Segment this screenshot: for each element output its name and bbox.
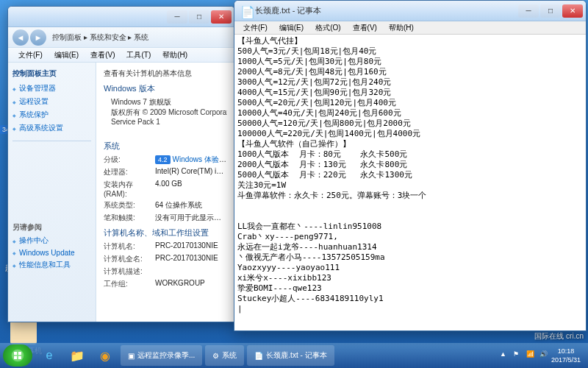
pen-touch-value: 没有可用于此显示器的笔或触 [155,213,227,223]
app-icon: ▣ [128,352,135,360]
copyright: 版权所有 © 2009 Microsoft Corporation。保留所有权 [111,107,227,118]
system-window: ─ □ ✕ ◄ ► 控制面板 ▸ 系统和安全 ▸ 系统 文件(F) 编辑(E) … [7,6,235,322]
text-area[interactable] [234,35,586,330]
menu-view[interactable]: 查看(V) [347,21,383,34]
address-bar[interactable]: ◄ ► 控制面板 ▸ 系统和安全 ▸ 系统 [8,27,234,48]
service-pack: Service Pack 1 [111,118,227,126]
system-tray[interactable]: ▲ ⚑ 📶 🔊 10:18 2017/5/31 [494,347,585,364]
task-item[interactable]: 📄长颈鹿.txt - 记事本 [247,345,334,366]
menu-file[interactable]: 文件(F) [12,48,49,62]
section-system: 系统 [104,141,227,152]
menu-edit[interactable]: 编辑(E) [49,48,85,62]
svg-point-0 [12,350,24,362]
network-icon[interactable]: 📶 [526,350,537,361]
folder-icon: 📁 [70,349,85,363]
sidebar-subheader: 另请参阅 [12,222,91,233]
start-button[interactable] [3,344,32,367]
notepad-icon: 📄 [240,5,252,17]
computer-desc [155,266,227,277]
pinned-media[interactable]: ◉ [92,345,118,366]
sidebar-link-perf[interactable]: 性能信息和工具 [12,260,91,270]
app-icon: ⚙ [212,352,219,360]
titlebar[interactable]: ─ □ ✕ [8,7,234,27]
titlebar[interactable]: 📄 长颈鹿.txt - 记事本 ─ □ ✕ [234,1,586,21]
notepad-window: 📄 长颈鹿.txt - 记事本 ─ □ ✕ 文件(F) 编辑(E) 格式(O) … [234,0,587,331]
sidebar-link-protection[interactable]: 系统保护 [12,110,91,120]
sidebar-link-windows-update[interactable]: Windows Update [12,249,91,257]
pinned-ie[interactable]: e [36,345,62,366]
sidebar: 控制面板主页 设备管理器 远程设置 系统保护 高级系统设置 另请参阅 操作中心 … [8,63,96,322]
sidebar-header: 控制面板主页 [12,68,91,79]
pinned-explorer[interactable]: 📁 [64,345,90,366]
sidebar-link-action-center[interactable]: 操作中心 [12,236,91,246]
tray-up-icon[interactable]: ▲ [500,350,510,361]
ie-icon: e [46,349,53,362]
computer-name: PRC-20170130NIE [155,241,227,252]
menu-view[interactable]: 查看(V) [85,48,121,62]
computer-full-name: PRC-20170130NIE [155,254,227,264]
menu-tools[interactable]: 工具(T) [121,48,157,62]
menu-bar: 文件(F) 编辑(E) 格式(O) 查看(V) 帮助(H) [234,21,586,35]
breadcrumb[interactable]: 控制面板 ▸ 系统和安全 ▸ 系统 [52,32,148,43]
sidebar-link-remote[interactable]: 远程设置 [12,96,91,107]
section-windows-version: Windows 版本 [104,83,227,94]
system-type-value: 64 位操作系统 [155,200,227,210]
processor-value: Intel(R) Core(TM) i3-3220T [155,167,227,177]
menu-bar: 文件(F) 编辑(E) 查看(V) 工具(T) 帮助(H) [8,48,234,63]
forward-button[interactable]: ► [30,29,46,46]
clock[interactable]: 10:18 2017/5/31 [551,347,581,364]
menu-edit[interactable]: 编辑(E) [273,21,309,34]
minimize-button[interactable]: ─ [167,10,187,24]
notepad-icon: 📄 [254,352,263,360]
taskbar: e 📁 ◉ ▣远程监控录像季... ⚙系统 📄长颈鹿.txt - 记事本 ▲ ⚑… [0,343,588,368]
maximize-button[interactable]: □ [540,4,561,18]
menu-file[interactable]: 文件(F) [237,21,273,34]
task-item[interactable]: ⚙系统 [205,345,244,366]
menu-help[interactable]: 帮助(H) [157,48,193,62]
back-button[interactable]: ◄ [12,29,29,46]
main-content: 查看有关计算机的基本信息 Windows 版本 Windows 7 旗舰版 版权… [96,63,234,322]
sidebar-link-device-manager[interactable]: 设备管理器 [12,83,91,93]
section-domain: 计算机名称、域和工作组设置 [104,227,227,238]
sidebar-link-advanced[interactable]: 高级系统设置 [12,123,91,133]
maximize-button[interactable]: □ [189,10,209,24]
page-title: 查看有关计算机的基本信息 [104,68,227,79]
menu-format[interactable]: 格式(O) [309,21,346,34]
window-title: 长颈鹿.txt - 记事本 [255,5,518,16]
close-button[interactable]: ✕ [562,4,583,18]
flag-icon[interactable]: ⚑ [513,350,523,361]
media-icon: ◉ [100,349,110,363]
task-item[interactable]: ▣远程监控录像季... [121,345,202,366]
ram-value: 4.00 GB [155,180,227,198]
menu-help[interactable]: 帮助(H) [383,21,420,34]
wei-badge: 4.2 [155,155,171,164]
wei-link[interactable]: Windows 体验指数 [173,155,227,163]
close-button[interactable]: ✕ [211,10,232,24]
windows-logo-icon [10,348,25,363]
minimize-button[interactable]: ─ [518,4,539,18]
windows-edition: Windows 7 旗舰版 [111,97,227,107]
volume-icon[interactable]: 🔊 [539,350,550,361]
workgroup: WORKGROUP [155,279,227,289]
